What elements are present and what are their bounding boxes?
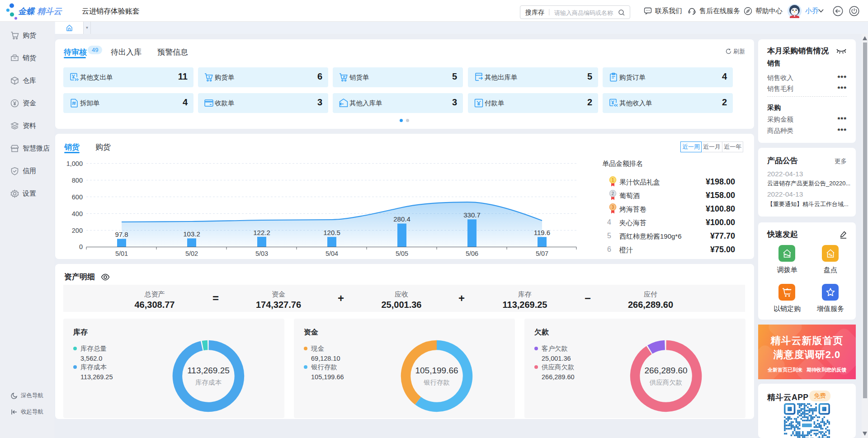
svg-text:0: 0: [79, 243, 83, 250]
svg-text:5/06: 5/06: [466, 250, 478, 257]
svg-text:5/01: 5/01: [115, 250, 128, 257]
svg-text:5/04: 5/04: [326, 250, 338, 257]
svg-text:3: 3: [612, 205, 614, 210]
svg-text:400: 400: [72, 210, 83, 217]
svg-text:600: 600: [72, 193, 83, 201]
svg-text:1: 1: [612, 178, 614, 183]
svg-text:800: 800: [72, 177, 83, 184]
svg-text:120.5: 120.5: [323, 229, 340, 236]
svg-text:280.4: 280.4: [393, 215, 410, 223]
svg-text:119.6: 119.6: [534, 229, 550, 236]
svg-text:5/07: 5/07: [536, 250, 548, 257]
svg-text:200: 200: [72, 227, 83, 234]
svg-text:97.8: 97.8: [115, 231, 128, 238]
svg-text:1,000: 1,000: [66, 160, 83, 167]
svg-text:122.2: 122.2: [253, 229, 270, 236]
svg-text:2: 2: [612, 191, 614, 196]
svg-text:103.2: 103.2: [183, 230, 200, 238]
svg-text:5/05: 5/05: [396, 250, 408, 257]
svg-text:5/02: 5/02: [185, 250, 198, 257]
svg-text:330.7: 330.7: [463, 211, 481, 219]
svg-text:5/03: 5/03: [255, 250, 268, 257]
